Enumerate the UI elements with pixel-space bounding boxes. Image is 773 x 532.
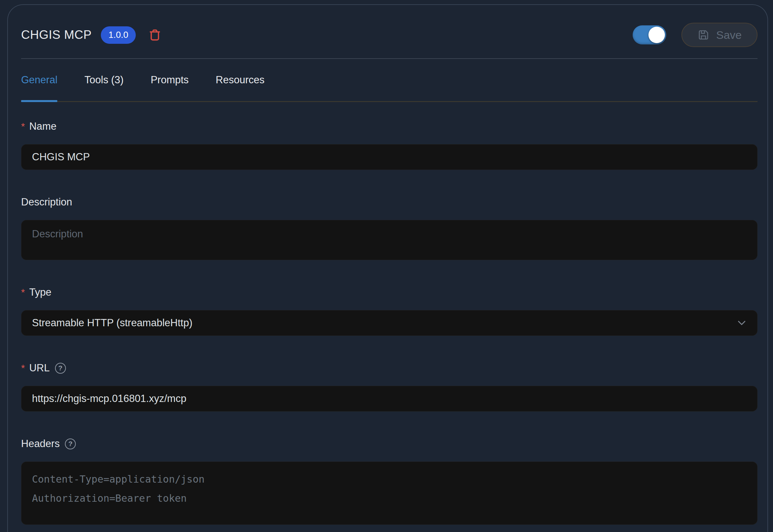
mcp-config-card: CHGIS MCP 1.0.0 Save General Tools (3) P… <box>7 4 768 532</box>
description-field-group: Description <box>21 196 758 260</box>
save-button[interactable]: Save <box>681 23 758 47</box>
enabled-toggle[interactable] <box>633 25 666 44</box>
url-help-icon[interactable]: ? <box>55 363 66 374</box>
headers-label: Headers ? <box>21 437 758 450</box>
type-field-group: * Type Streamable HTTP (streamableHttp) <box>21 286 758 336</box>
required-mark: * <box>21 121 25 132</box>
tab-general[interactable]: General <box>21 74 57 101</box>
url-label-text: URL <box>29 362 50 374</box>
type-select-value: Streamable HTTP (streamableHttp) <box>32 317 192 329</box>
tab-tools[interactable]: Tools (3) <box>84 74 123 101</box>
save-button-label: Save <box>716 29 742 41</box>
url-field-group: * URL ? <box>21 361 758 412</box>
description-label-text: Description <box>21 196 72 208</box>
toggle-knob <box>649 27 665 43</box>
required-mark: * <box>21 287 25 298</box>
name-label: * Name <box>21 120 758 133</box>
headers-textarea[interactable] <box>21 462 758 525</box>
save-icon <box>697 29 710 41</box>
description-textarea[interactable] <box>21 220 758 260</box>
name-field-group: * Name <box>21 120 758 170</box>
tab-prompts[interactable]: Prompts <box>150 74 188 101</box>
headers-label-text: Headers <box>21 438 60 450</box>
delete-button[interactable] <box>147 28 162 42</box>
description-label: Description <box>21 196 758 209</box>
headers-help-icon[interactable]: ? <box>65 439 76 449</box>
type-label: * Type <box>21 286 758 299</box>
trash-icon <box>147 28 162 42</box>
header: CHGIS MCP 1.0.0 Save <box>21 5 758 48</box>
version-badge: 1.0.0 <box>101 26 136 44</box>
general-form: * Name Description * Type Streamable HTT… <box>21 120 758 525</box>
required-mark: * <box>21 362 25 374</box>
page-title: CHGIS MCP <box>21 28 92 42</box>
chevron-down-icon <box>735 317 748 329</box>
type-select[interactable]: Streamable HTTP (streamableHttp) <box>21 310 758 336</box>
url-input[interactable] <box>21 386 758 412</box>
url-label: * URL ? <box>21 361 758 375</box>
name-input[interactable] <box>21 144 758 170</box>
type-label-text: Type <box>29 286 51 298</box>
name-label-text: Name <box>29 120 57 132</box>
tab-resources[interactable]: Resources <box>216 74 265 101</box>
tab-bar: General Tools (3) Prompts Resources <box>21 59 758 102</box>
headers-field-group: Headers ? <box>21 437 758 525</box>
